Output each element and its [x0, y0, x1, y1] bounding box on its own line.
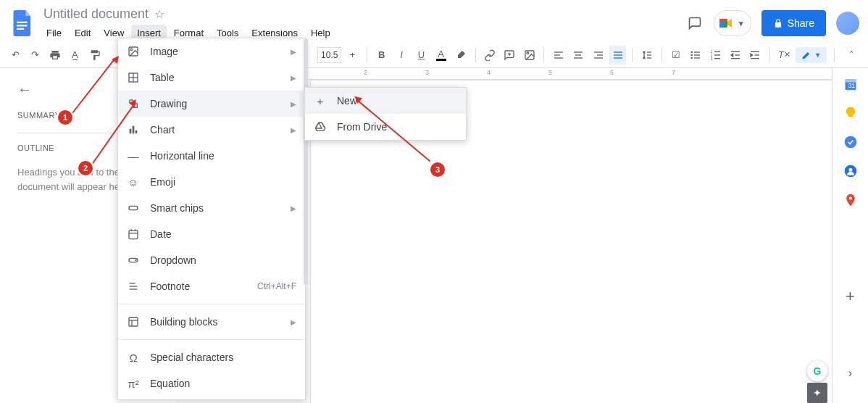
bold-button[interactable]: B — [373, 46, 390, 65]
pencil-icon — [801, 50, 811, 60]
calendar-icon[interactable]: 31 — [843, 77, 858, 91]
lock-icon — [773, 18, 783, 28]
svg-rect-59 — [129, 230, 138, 239]
insert-link-button[interactable] — [482, 46, 498, 65]
clear-formatting-button[interactable]: T✕ — [776, 46, 793, 65]
svg-point-46 — [848, 168, 852, 172]
insert-menu-dropdown: Image▶ Table▶ Drawing▶ Chart▶ — Horizont… — [117, 38, 306, 400]
document-title[interactable]: Untitled document — [43, 7, 149, 22]
menu-item-building-blocks[interactable]: Building blocks▶ — [118, 309, 305, 335]
menu-item-dropdown[interactable]: Dropdown — [118, 247, 305, 273]
underline-button[interactable]: U — [413, 46, 430, 65]
svg-rect-32 — [714, 51, 720, 51]
menu-item-image[interactable]: Image▶ — [118, 38, 305, 65]
line-spacing-button[interactable] — [638, 46, 655, 65]
menu-item-equation[interactable]: π² Equation — [118, 370, 305, 396]
special-characters-icon: Ω — [127, 351, 140, 364]
explore-icon[interactable]: ✦ — [807, 383, 827, 403]
maps-icon[interactable] — [843, 193, 858, 207]
menu-item-special-characters[interactable]: Ω Special characters — [118, 344, 305, 370]
menu-item-smart-chips[interactable]: Smart chips▶ — [118, 195, 305, 221]
text-color-button[interactable]: A — [433, 46, 449, 65]
decrease-indent-button[interactable] — [727, 46, 743, 65]
checklist-button[interactable]: ☑ — [668, 46, 685, 65]
italic-button[interactable]: I — [393, 46, 409, 65]
meet-button[interactable]: ▼ — [714, 10, 751, 36]
menu-item-drawing[interactable]: Drawing▶ — [118, 91, 305, 117]
align-justify-button[interactable] — [609, 46, 626, 65]
side-panel: 31 + › — [832, 68, 868, 403]
svg-rect-58 — [129, 206, 138, 209]
print-button[interactable] — [47, 46, 64, 65]
font-size-increase[interactable]: + — [344, 46, 361, 65]
contacts-icon[interactable] — [843, 164, 858, 178]
svg-rect-28 — [694, 57, 700, 58]
add-addon-icon[interactable]: + — [843, 287, 858, 302]
increase-indent-button[interactable] — [747, 46, 764, 65]
svg-rect-56 — [133, 126, 135, 134]
menu-item-chart[interactable]: Chart▶ — [118, 117, 305, 143]
svg-point-7 — [527, 52, 529, 54]
tasks-icon[interactable] — [843, 135, 858, 149]
svg-rect-33 — [714, 54, 720, 55]
svg-rect-55 — [130, 129, 132, 134]
menu-file[interactable]: File — [41, 25, 67, 41]
account-avatar[interactable] — [836, 12, 859, 35]
add-comment-button[interactable] — [501, 46, 518, 65]
font-size-input[interactable]: 10.5 — [317, 47, 341, 63]
menu-item-emoji[interactable]: ☺ Emoji — [118, 169, 305, 195]
submenu-item-new[interactable]: + New — [305, 88, 466, 114]
header-bar: Untitled document ☆ File Edit View Inser… — [0, 0, 868, 42]
menu-item-horizontal-line[interactable]: — Horizontal line — [118, 143, 305, 169]
bulleted-list-button[interactable] — [688, 46, 704, 65]
star-icon[interactable]: ☆ — [154, 7, 164, 21]
undo-button[interactable]: ↶ — [7, 46, 24, 65]
svg-rect-0 — [17, 22, 28, 23]
menu-help[interactable]: Help — [305, 25, 336, 41]
highlight-button[interactable] — [452, 46, 469, 65]
hide-side-panel-icon[interactable]: › — [843, 367, 858, 381]
chart-icon — [127, 123, 140, 136]
grammarly-icon[interactable]: G — [807, 361, 827, 381]
share-label: Share — [788, 17, 814, 29]
docs-logo[interactable] — [9, 9, 38, 38]
svg-text:31: 31 — [848, 82, 855, 89]
submenu-item-from-drive[interactable]: From Drive — [305, 114, 466, 140]
svg-point-44 — [844, 136, 856, 149]
menu-item-footnote[interactable]: Footnote Ctrl+Alt+F — [118, 273, 305, 299]
image-icon — [127, 45, 140, 58]
svg-point-24 — [691, 54, 693, 56]
numbered-list-button[interactable]: 123 — [707, 46, 724, 65]
svg-rect-26 — [694, 51, 700, 52]
hide-menus-button[interactable]: ˄ — [842, 46, 861, 65]
paint-format-button[interactable] — [86, 46, 103, 65]
outline-back-button[interactable]: ← — [17, 81, 32, 98]
dropdown-icon — [127, 254, 140, 267]
svg-point-47 — [848, 196, 851, 199]
svg-rect-5 — [719, 19, 727, 22]
menu-item-date[interactable]: Date — [118, 221, 305, 247]
svg-rect-57 — [135, 130, 138, 134]
align-center-button[interactable] — [570, 46, 587, 65]
building-blocks-icon — [127, 315, 140, 328]
comment-history-icon[interactable] — [686, 14, 704, 32]
menu-item-table[interactable]: Table▶ — [118, 65, 305, 91]
smart-chips-icon — [127, 202, 140, 215]
plus-icon: + — [314, 94, 327, 107]
spellcheck-button[interactable]: A̲ — [67, 46, 83, 65]
align-left-button[interactable] — [550, 46, 567, 65]
share-button[interactable]: Share — [761, 10, 826, 36]
editing-mode-button[interactable]: ▼ — [796, 47, 827, 63]
annotation-badge-3: 3 — [430, 162, 445, 177]
svg-rect-1 — [17, 25, 28, 26]
align-right-button[interactable] — [590, 46, 606, 65]
redo-button[interactable]: ↷ — [27, 46, 43, 65]
insert-image-button[interactable] — [521, 46, 538, 65]
keep-icon[interactable] — [843, 106, 858, 120]
chevron-down-icon: ▼ — [738, 20, 745, 28]
footnote-icon — [127, 280, 140, 293]
footnote-shortcut: Ctrl+Alt+F — [257, 281, 296, 291]
drawing-submenu: + New From Drive — [304, 87, 467, 141]
menu-edit[interactable]: Edit — [69, 25, 96, 41]
svg-point-25 — [691, 57, 693, 59]
